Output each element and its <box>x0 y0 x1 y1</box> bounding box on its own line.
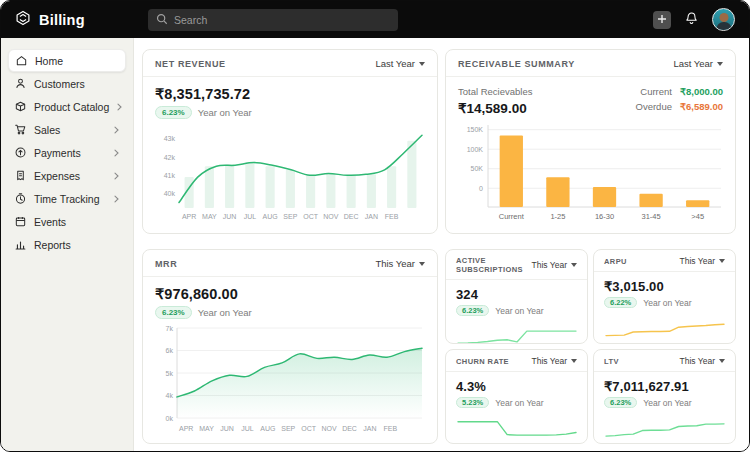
home-icon <box>15 54 28 67</box>
sidebar-item-label: Events <box>34 216 66 228</box>
svg-text:50K: 50K <box>471 165 484 172</box>
receivable-breakdown: Current ₹8,000.00 Overdue ₹6,589.00 <box>636 86 723 112</box>
ltv-period-value: This Year <box>680 356 715 366</box>
arpu-period-value: This Year <box>680 256 715 266</box>
chevron-right-icon <box>113 195 120 203</box>
ltv-value: ₹7,011,627.91 <box>604 379 725 394</box>
churn-rate-card: CHURN RATE This Year 4.3% 5.23% Year on … <box>445 349 588 444</box>
time-tracking-icon <box>14 192 27 205</box>
churn-rate-trend-badge: 5.23% <box>456 397 489 408</box>
svg-text:40k: 40k <box>164 190 176 197</box>
churn-rate-period-select[interactable]: This Year <box>532 356 577 366</box>
churn-rate-trend-caption: Year on Year <box>495 398 543 408</box>
svg-text:SEP: SEP <box>283 213 297 220</box>
sidebar: Home Customers Product Catalog Sales <box>1 38 134 451</box>
total-receivables: Total Recievables ₹14,589.00 <box>458 86 532 116</box>
receivables-ageing-chart: 150K100K50K0Current1-2516-3031-45>45 <box>458 119 727 223</box>
chevron-down-icon <box>717 62 723 66</box>
user-avatar[interactable] <box>712 8 735 31</box>
arpu-card: ARPU This Year ₹3,015.00 6.22% Year on Y… <box>593 249 736 344</box>
sidebar-item-home[interactable]: Home <box>8 49 126 72</box>
mrr-chart: 7k6k5k4k0kAPRMAYJUNJULAUGSEPOCTNOVDECJAN… <box>155 322 427 434</box>
mrr-trend-badge: 6.23% <box>155 306 192 319</box>
mrr-card: MRR This Year ₹976,860.00 6.23% Year on … <box>142 249 438 444</box>
svg-text:DEC: DEC <box>342 425 357 432</box>
churn-rate-value: 4.3% <box>456 379 577 394</box>
ltv-trend-caption: Year on Year <box>643 398 691 408</box>
sidebar-item-label: Expenses <box>34 170 80 182</box>
payments-icon <box>14 146 27 159</box>
brand: Billing <box>1 9 134 31</box>
chevron-down-icon <box>571 263 577 267</box>
ltv-card: LTV This Year ₹7,011,627.91 6.23% Year o… <box>593 349 736 444</box>
reports-icon <box>14 238 27 251</box>
net-revenue-period-select[interactable]: Last Year <box>375 58 425 69</box>
svg-text:AUG: AUG <box>260 425 275 432</box>
chevron-down-icon <box>419 62 425 66</box>
overdue-value: ₹6,589.00 <box>680 101 723 112</box>
notifications-button[interactable] <box>684 11 699 29</box>
ltv-title: LTV <box>604 357 619 366</box>
arpu-period-select[interactable]: This Year <box>680 256 725 266</box>
net-revenue-trend-caption: Year on Year <box>198 107 252 118</box>
svg-text:NOV: NOV <box>323 213 339 220</box>
app-body: Home Customers Product Catalog Sales <box>1 38 749 451</box>
topbar-actions <box>653 8 749 31</box>
svg-text:41k: 41k <box>164 172 176 179</box>
churn-rate-title: CHURN RATE <box>456 357 509 366</box>
svg-text:JUN: JUN <box>220 425 234 432</box>
svg-text:5k: 5k <box>166 370 174 377</box>
mrr-value: ₹976,860.00 <box>155 286 425 302</box>
active-subscriptions-period-select[interactable]: This Year <box>532 260 577 270</box>
current-value: ₹8,000.00 <box>680 86 723 97</box>
svg-text:6k: 6k <box>166 347 174 354</box>
sidebar-item-events[interactable]: Events <box>8 210 126 233</box>
total-receivables-label: Total Recievables <box>458 86 532 97</box>
expenses-icon <box>14 169 27 182</box>
active-subscriptions-value: 324 <box>456 287 577 302</box>
svg-text:FEB: FEB <box>384 425 398 432</box>
svg-text:OCT: OCT <box>303 213 319 220</box>
events-icon <box>14 215 27 228</box>
churn-rate-sparkline <box>456 411 578 441</box>
receivable-summary-period-value: Last Year <box>673 58 713 69</box>
sidebar-item-customers[interactable]: Customers <box>8 72 126 95</box>
net-revenue-card: NET REVENUE Last Year ₹8,351,735.72 6.23… <box>142 49 438 234</box>
topbar: Billing <box>1 1 749 38</box>
sidebar-item-time-tracking[interactable]: Time Tracking <box>8 187 126 210</box>
sidebar-item-sales[interactable]: Sales <box>8 118 126 141</box>
net-revenue-trend-badge: 6.23% <box>155 106 192 119</box>
sidebar-item-payments[interactable]: Payments <box>8 141 126 164</box>
ltv-trend-badge: 6.23% <box>604 397 637 408</box>
svg-text:APR: APR <box>179 425 193 432</box>
add-button[interactable] <box>653 11 671 29</box>
search-bar <box>148 9 398 31</box>
svg-text:0k: 0k <box>166 415 174 422</box>
sidebar-item-label: Time Tracking <box>34 193 100 205</box>
net-revenue-title: NET REVENUE <box>155 59 226 69</box>
receivable-summary-period-select[interactable]: Last Year <box>673 58 723 69</box>
customers-icon <box>14 77 27 90</box>
svg-text:31-45: 31-45 <box>642 212 661 221</box>
ltv-period-select[interactable]: This Year <box>680 356 725 366</box>
churn-rate-period-value: This Year <box>532 356 567 366</box>
overdue-label: Overdue <box>636 101 672 112</box>
svg-text:APR: APR <box>182 213 196 220</box>
search-input[interactable] <box>174 14 390 26</box>
chevron-right-icon <box>116 103 123 111</box>
svg-text:42k: 42k <box>164 154 176 161</box>
app-window: Billing <box>0 0 750 452</box>
chevron-down-icon <box>571 359 577 363</box>
sidebar-item-label: Product Catalog <box>34 101 109 113</box>
svg-text:JAN: JAN <box>363 425 376 432</box>
sidebar-item-reports[interactable]: Reports <box>8 233 126 256</box>
sidebar-item-product-catalog[interactable]: Product Catalog <box>8 95 126 118</box>
chevron-right-icon <box>113 126 120 134</box>
sidebar-item-expenses[interactable]: Expenses <box>8 164 126 187</box>
svg-text:150K: 150K <box>467 126 484 133</box>
svg-text:1-25: 1-25 <box>550 212 565 221</box>
billing-logo-icon <box>14 9 32 31</box>
mrr-period-select[interactable]: This Year <box>375 258 425 269</box>
svg-text:NOV: NOV <box>322 425 338 432</box>
arpu-title: ARPU <box>604 257 627 266</box>
